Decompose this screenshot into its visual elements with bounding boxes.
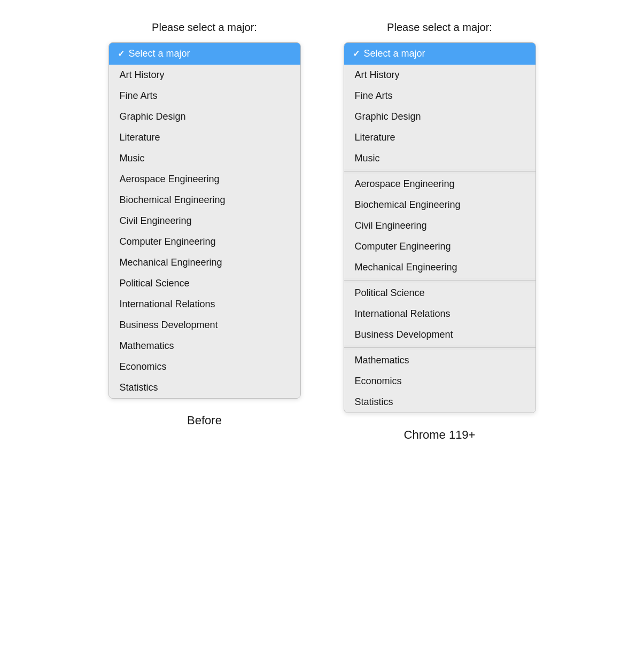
list-item[interactable]: Fine Arts [344,85,536,106]
list-item[interactable]: Mechanical Engineering [344,257,536,278]
list-item[interactable]: Biochemical Engineering [344,195,536,215]
list-item[interactable]: Art History [109,65,300,85]
list-item[interactable]: Graphic Design [109,106,300,127]
after-selected-option[interactable]: ✓ Select a major [344,43,536,65]
group-divider [344,171,536,172]
list-item[interactable]: Music [109,148,300,169]
before-selected-option[interactable]: ✓ Select a major [109,43,300,65]
group-divider [344,347,536,348]
after-selected-label: Select a major [364,48,425,59]
list-item[interactable]: Political Science [109,273,300,294]
list-item[interactable]: Computer Engineering [344,236,536,257]
after-dropdown[interactable]: ✓ Select a major Art HistoryFine ArtsGra… [344,42,536,413]
list-item[interactable]: Computer Engineering [109,231,300,252]
before-dropdown[interactable]: ✓ Select a major Art HistoryFine ArtsGra… [108,42,301,399]
list-item[interactable]: Political Science [344,283,536,304]
list-item[interactable]: Aerospace Engineering [344,174,536,195]
list-item[interactable]: Graphic Design [344,106,536,127]
list-item[interactable]: Literature [109,127,300,148]
after-checkmark-icon: ✓ [353,49,360,59]
list-item[interactable]: Civil Engineering [109,211,300,231]
list-item[interactable]: Business Development [344,324,536,345]
before-selected-label: Select a major [129,48,190,59]
list-item[interactable]: Literature [344,127,536,148]
list-item[interactable]: International Relations [109,294,300,315]
group-divider [344,280,536,281]
list-item[interactable]: International Relations [344,304,536,324]
list-item[interactable]: Mathematics [344,350,536,371]
list-item[interactable]: Statistics [344,392,536,413]
list-item[interactable]: Biochemical Engineering [109,190,300,211]
before-header: Please select a major: [152,21,257,34]
list-item[interactable]: Mechanical Engineering [109,252,300,273]
before-items-list: Art HistoryFine ArtsGraphic DesignLitera… [109,65,300,398]
before-column: Please select a major: ✓ Select a major … [108,21,301,427]
list-item[interactable]: Statistics [109,377,300,398]
before-footer-label: Before [187,414,222,427]
list-item[interactable]: Fine Arts [109,85,300,106]
list-item[interactable]: Economics [344,371,536,392]
list-item[interactable]: Economics [109,356,300,377]
page-container: Please select a major: ✓ Select a major … [11,21,633,442]
list-item[interactable]: Business Development [109,315,300,336]
before-checkmark-icon: ✓ [118,49,125,59]
list-item[interactable]: Civil Engineering [344,215,536,236]
list-item[interactable]: Mathematics [109,336,300,356]
after-column: Please select a major: ✓ Select a major … [344,21,536,442]
after-items-list: Art HistoryFine ArtsGraphic DesignLitera… [344,65,536,413]
list-item[interactable]: Art History [344,65,536,85]
after-footer-label: Chrome 119+ [404,428,476,442]
list-item[interactable]: Music [344,148,536,169]
list-item[interactable]: Aerospace Engineering [109,169,300,190]
after-header: Please select a major: [387,21,492,34]
